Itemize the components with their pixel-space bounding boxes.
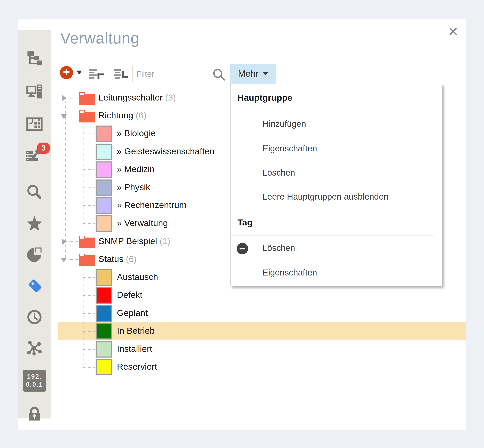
- lock-icon: [26, 405, 43, 422]
- more-button[interactable]: Mehr: [230, 64, 276, 84]
- tree-node-snmp-beispiel[interactable]: SNMP Beispiel (1): [98, 236, 170, 246]
- tree-guide-stub: [83, 295, 95, 296]
- tag-color-swatch: [95, 305, 112, 322]
- menu-item-loeschen-tag[interactable]: Löschen: [262, 243, 295, 253]
- tree-tag-defekt[interactable]: Defekt: [117, 290, 142, 300]
- tree-tag-installiert[interactable]: Installiert: [117, 344, 152, 354]
- tree-tag-verwaltung[interactable]: » Verwaltung: [117, 218, 168, 228]
- tag-color-swatch: [95, 126, 112, 142]
- add-dropdown-caret-icon[interactable]: [76, 71, 82, 74]
- tree-tag-physik[interactable]: » Physik: [117, 182, 150, 192]
- tree-guide-stub: [69, 116, 78, 116]
- tree-expander-snmp[interactable]: [62, 239, 67, 245]
- floor-plan-icon: [26, 116, 43, 133]
- sidebar-item-pie-chart[interactable]: [18, 239, 51, 270]
- tree-guide-line: [83, 264, 83, 367]
- sidebar-item-ip-address[interactable]: 192. 0.0.1: [18, 365, 51, 396]
- tree-node-count: (1): [159, 236, 170, 246]
- tree-expander-leitungsschalter[interactable]: [62, 95, 67, 101]
- menu-section-header-hauptgruppe: Hauptgruppe: [238, 93, 293, 103]
- tag-color-swatch: [95, 341, 112, 358]
- tree-tag-in-betrieb-selected[interactable]: In Betrieb: [117, 326, 155, 336]
- clock-icon: [26, 309, 43, 325]
- tree-guide-stub: [83, 134, 95, 134]
- tree-tag-geplant[interactable]: Geplant: [117, 308, 148, 318]
- tree-guide-line: [65, 101, 66, 259]
- sidebar-item-floor-plan[interactable]: [18, 109, 51, 140]
- sidebar-item-topology[interactable]: [18, 333, 51, 363]
- tree-tag-rechenzentrum[interactable]: » Rechenzentrum: [117, 200, 186, 210]
- menu-item-eigenschaften-tag[interactable]: Eigenschaften: [262, 268, 317, 278]
- sidebar-item-favorites[interactable]: [18, 208, 51, 239]
- tag-color-swatch: [95, 323, 112, 339]
- tools-badge: 3: [37, 143, 50, 154]
- workstation-icon: [26, 83, 43, 100]
- menu-item-leere-hauptgruppen-ausblenden[interactable]: Leere Hauptgruppen ausblenden: [262, 192, 389, 202]
- caret-down-icon: [263, 72, 268, 75]
- sidebar-item-clock[interactable]: [18, 302, 51, 333]
- topology-icon: [26, 340, 43, 356]
- tree-tag-geisteswissenschaften[interactable]: » Geisteswissenschaften: [117, 146, 214, 156]
- tag-color-swatch: [95, 179, 112, 196]
- tree-guide-stub: [83, 152, 95, 152]
- sidebar: 3: [18, 30, 51, 418]
- tag-color-swatch: [95, 287, 112, 304]
- tree-guide-line: [83, 122, 83, 224]
- tree-node-status[interactable]: Status (6): [98, 254, 137, 264]
- magnifier-icon: [213, 68, 225, 81]
- tag-color-swatch: [95, 197, 112, 214]
- expand-all-button[interactable]: [89, 68, 105, 82]
- menu-item-hinzufuegen[interactable]: Hinzufügen: [262, 119, 306, 129]
- ip-line-1: 192.: [27, 373, 42, 381]
- tree-tag-biologie[interactable]: » Biologie: [117, 128, 156, 138]
- tree-guide-stub: [83, 205, 95, 206]
- tree-expander-richtung[interactable]: [61, 114, 67, 119]
- expand-all-icon: [89, 68, 105, 81]
- sidebar-item-lock[interactable]: [18, 398, 51, 429]
- tree-tag-austausch[interactable]: Austausch: [117, 272, 158, 282]
- menu-item-eigenschaften-hauptgruppe[interactable]: Eigenschaften: [262, 144, 317, 153]
- folder-icon: [79, 253, 95, 266]
- close-button[interactable]: [448, 27, 458, 37]
- tree-tag-medizin[interactable]: » Medizin: [117, 164, 155, 174]
- tag-color-swatch: [95, 161, 112, 178]
- menu-item-loeschen-hauptgruppe[interactable]: Löschen: [262, 168, 295, 178]
- filter-input[interactable]: [132, 66, 209, 82]
- search-icon: [26, 184, 43, 200]
- tag-icon: [26, 277, 43, 294]
- tree-node-label: Richtung: [98, 110, 133, 120]
- sidebar-item-tags[interactable]: [18, 270, 51, 301]
- more-dropdown-menu: Hauptgruppe Hinzufügen Eigenschaften Lös…: [230, 84, 442, 286]
- verwaltung-panel: 3: [18, 19, 466, 430]
- tree-node-count: (6): [126, 254, 137, 264]
- sidebar-item-search[interactable]: [18, 177, 51, 207]
- sidebar-item-asset-tools[interactable]: 3: [18, 140, 51, 170]
- tree-expander-status[interactable]: [61, 258, 67, 263]
- tag-color-swatch: [95, 269, 112, 286]
- tag-color-swatch: [95, 144, 112, 160]
- sidebar-item-network-map[interactable]: [18, 42, 51, 73]
- folder-icon: [79, 91, 95, 105]
- tree-node-label: Status: [98, 254, 123, 264]
- menu-separator: [230, 235, 434, 235]
- ip-address-icon: 192. 0.0.1: [23, 370, 46, 392]
- tree-node-leitungsschalter[interactable]: Leitungsschalter (3): [98, 93, 176, 103]
- collapse-all-button[interactable]: [113, 68, 128, 82]
- add-button[interactable]: +: [60, 66, 73, 79]
- tree-node-richtung[interactable]: Richtung (6): [98, 110, 146, 120]
- filter-search-button[interactable]: [213, 68, 225, 82]
- menu-separator: [230, 112, 434, 112]
- tree-guide-stub: [83, 331, 95, 332]
- tree-guide-stub: [83, 313, 95, 314]
- tree-guide-stub: [83, 223, 95, 224]
- tree-guide-stub: [83, 367, 95, 368]
- tree-guide-stub: [69, 241, 78, 242]
- tag-color-swatch: [95, 215, 112, 232]
- sidebar-item-workstation[interactable]: [18, 76, 51, 107]
- tree-tag-reserviert[interactable]: Reserviert: [117, 362, 157, 372]
- close-icon: [449, 27, 457, 35]
- ip-line-2: 0.0.1: [26, 381, 43, 389]
- page-title: Verwaltung: [60, 29, 139, 47]
- star-icon: [26, 216, 43, 232]
- tree-node-count: (6): [136, 110, 147, 120]
